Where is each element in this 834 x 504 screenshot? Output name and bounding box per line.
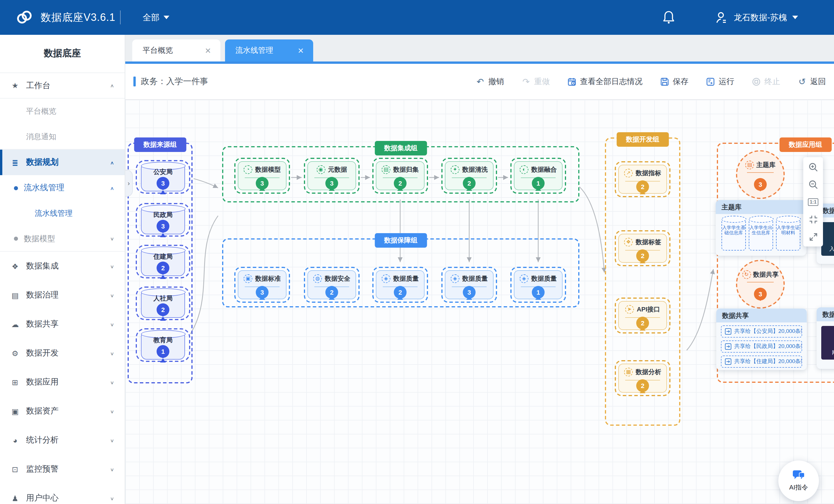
sidebar-title: 数据底座 xyxy=(0,35,125,73)
user-menu[interactable]: 龙石数据-苏槐 xyxy=(715,0,798,35)
bullet-icon xyxy=(14,186,18,190)
sidebar-item-user-center[interactable]: ♟ 用户中心 ∨ xyxy=(0,484,125,504)
save-button[interactable]: 保存 xyxy=(660,76,688,87)
topbar-divider xyxy=(120,10,120,24)
node-data-collection[interactable]: ▤ 数据归集 2 xyxy=(372,158,428,194)
tab-platform-overview[interactable]: 平台概览 ✕ xyxy=(132,40,220,62)
node-data-standard[interactable]: ▣ 数据标准 3 xyxy=(234,267,290,303)
node-data-analysis[interactable]: ▦ 数据分析 2 xyxy=(615,360,671,396)
group-data-integration: 数据集成组 ◔ 数据模型 3 ◉ 元数据 3 xyxy=(222,146,579,202)
scope-dropdown[interactable]: 全部 xyxy=(143,0,169,35)
user-avatar-icon xyxy=(715,10,728,24)
node-data-cleaning[interactable]: ✦ 数据清洗 2 xyxy=(441,158,497,194)
zoom-in-button[interactable] xyxy=(806,161,820,173)
node-theme-library[interactable]: ▤ 主题库 3 xyxy=(736,150,785,199)
share-export-icon: ➔ xyxy=(725,358,731,365)
zoom-out-icon xyxy=(808,179,818,189)
quality-badge-icon: ◈ xyxy=(381,274,390,283)
db-cylinder-birth-info[interactable]: 入学学生出生信息库 xyxy=(749,218,773,250)
share-cycle-icon: ↻ xyxy=(742,270,751,279)
db-cylinder-basic-info[interactable]: 入学学生基础信息库 xyxy=(722,218,746,250)
connector-tip xyxy=(160,317,166,321)
zoom-out-button[interactable] xyxy=(806,178,820,191)
sidebar-item-pipeline-management-sub[interactable]: 流水线管理 xyxy=(0,201,125,226)
connector-tip xyxy=(640,389,645,393)
node-data-fusion[interactable]: ◐ 数据融合 1 xyxy=(510,158,566,194)
sidebar-item-message-notice[interactable]: 消息通知 xyxy=(0,124,125,150)
undo-button[interactable]: ↶ 撤销 xyxy=(476,76,504,87)
node-metadata[interactable]: ◉ 元数据 3 xyxy=(304,158,359,194)
panel-expander-handle[interactable]: › xyxy=(125,170,133,197)
collection-icon: ▤ xyxy=(381,165,390,174)
one-to-one-icon: 1:1 xyxy=(808,198,818,205)
node-data-security[interactable]: ◍ 数据安全 2 xyxy=(304,267,359,303)
sidebar-item-platform-overview[interactable]: 平台概览 xyxy=(0,98,125,124)
share-row-gonganju[interactable]: ➔ 共享给【公安局】20,000条数据 xyxy=(721,325,802,337)
sidebar-item-data-development[interactable]: ⚙ 数据开发 ∨ xyxy=(0,339,125,368)
sidebar-item-pipeline-management[interactable]: 流水线管理 ∧ xyxy=(0,175,125,201)
sidebar-item-monitoring[interactable]: ⊡ 监控预警 ∨ xyxy=(0,455,125,484)
data-share-panel[interactable]: 数据共享 ➔ 共享给【公安局】20,000条数据 ➔ 共享给【民政局】20,00… xyxy=(716,309,807,370)
node-gonganju[interactable]: 公安局 3 xyxy=(136,160,190,194)
trend-icon: ↗ xyxy=(624,169,633,177)
notifications-bell-icon[interactable] xyxy=(661,10,676,25)
node-jiaoyuju[interactable]: 教育局 1 xyxy=(136,328,190,362)
fit-center-button[interactable] xyxy=(806,213,820,226)
sidebar-item-data-planning[interactable]: ≣ 数据规划 ∧ xyxy=(0,150,125,175)
chevron-down-icon: ∨ xyxy=(110,292,114,298)
db-cylinder-certificates[interactable]: 入学学生证明材料 xyxy=(776,218,800,250)
node-minzhengju[interactable]: 民政局 3 xyxy=(136,203,190,237)
fullscreen-button[interactable] xyxy=(806,230,820,243)
node-data-share[interactable]: ↻ 数据共享 3 xyxy=(736,260,785,309)
ai-command-button[interactable]: AI指令 xyxy=(778,460,819,501)
sidebar-item-data-governance[interactable]: ▤ 数据治理 ∨ xyxy=(0,281,125,310)
sidebar-item-data-assets[interactable]: ▣ 数据资产 ∨ xyxy=(0,397,125,426)
user-name: 龙石数据-苏槐 xyxy=(734,12,787,23)
node-zhujianju[interactable]: 住建局 2 xyxy=(136,245,190,278)
redo-button[interactable]: ↷ 重做 xyxy=(521,76,550,87)
node-data-quality-2[interactable]: ◈ 数据质量 3 xyxy=(441,267,497,303)
group-data-develop: 数据开发组 ↗ 数据指标 2 ❖ 数据标签 2 xyxy=(605,137,680,426)
connector-tip xyxy=(160,275,166,279)
actual-size-button[interactable]: 1:1 xyxy=(806,195,820,208)
node-data-label[interactable]: ❖ 数据标签 2 xyxy=(615,230,671,266)
sidebar-item-workbench[interactable]: ★ 工作台 ∧ xyxy=(0,73,125,98)
node-data-quality-3[interactable]: ◈ 数据质量 1 xyxy=(510,267,566,303)
layers-icon: ≣ xyxy=(10,158,20,167)
panel-header: 数据共享 xyxy=(716,309,807,323)
sidebar-item-data-integration[interactable]: ❖ 数据集成 ∨ xyxy=(0,252,125,281)
panel-header: 数据 xyxy=(817,307,834,321)
connector-tip xyxy=(259,187,265,191)
group-data-guarantee: 数据保障组 ▣ 数据标准 3 ◍ 数据安全 2 xyxy=(222,238,579,307)
theme-library-panel[interactable]: 主题库 入学学生基础信息库 入学学生出生信息库 入学学生证明材料 xyxy=(716,200,806,256)
node-data-model[interactable]: ◔ 数据模型 3 xyxy=(234,158,290,194)
node-api-interface[interactable]: ➤ API接口 2 xyxy=(615,298,671,333)
terminate-button[interactable]: 终止 xyxy=(752,76,780,87)
back-button[interactable]: ↺ 返回 xyxy=(797,76,826,87)
sidebar-item-data-sharing[interactable]: ☁ 数据共享 ∨ xyxy=(0,310,125,339)
connector-tip xyxy=(640,259,645,263)
node-rensheju[interactable]: 人社局 2 xyxy=(136,286,190,320)
node-data-indicator[interactable]: ↗ 数据指标 2 xyxy=(615,161,671,197)
view-logs-button[interactable]: 查看全部日志情况 xyxy=(567,76,643,87)
share-row-minzhengju[interactable]: ➔ 共享给【民政局】20,000条数据 xyxy=(721,341,802,353)
close-icon[interactable]: ✕ xyxy=(202,45,214,56)
analysis-chart-icon: ▦ xyxy=(624,368,633,376)
chevron-down-icon: ∨ xyxy=(110,438,114,443)
chevron-down-icon: ∨ xyxy=(110,264,114,269)
close-icon[interactable]: ✕ xyxy=(295,45,306,56)
edge-panel-share[interactable]: 数据 网 xyxy=(817,307,834,369)
tab-pipeline-management[interactable]: 流水线管理 ✕ xyxy=(225,40,313,62)
node-data-quality-1[interactable]: ◈ 数据质量 2 xyxy=(372,267,428,303)
run-button[interactable]: 运行 xyxy=(706,76,734,87)
pipeline-canvas[interactable]: › 数据来源组 公安局 3 民政局 3 xyxy=(125,100,834,504)
sidebar-item-data-model[interactable]: 数据模型 ∨ xyxy=(0,226,125,252)
return-arrow-icon: ↺ xyxy=(797,77,807,86)
sidebar-item-data-application[interactable]: ⊞ 数据应用 ∨ xyxy=(0,368,125,397)
sidebar-item-statistics[interactable]: ◕ 统计分析 ∨ xyxy=(0,426,125,455)
chevron-up-icon: ∧ xyxy=(110,185,114,191)
report-thumbnail[interactable]: 网 xyxy=(821,326,834,359)
report-thumbnail[interactable]: 入学 xyxy=(821,222,834,256)
share-row-zhujianju[interactable]: ➔ 共享给【住建局】20,000条数据 xyxy=(721,355,802,368)
chevron-down-icon: ∨ xyxy=(110,409,114,414)
